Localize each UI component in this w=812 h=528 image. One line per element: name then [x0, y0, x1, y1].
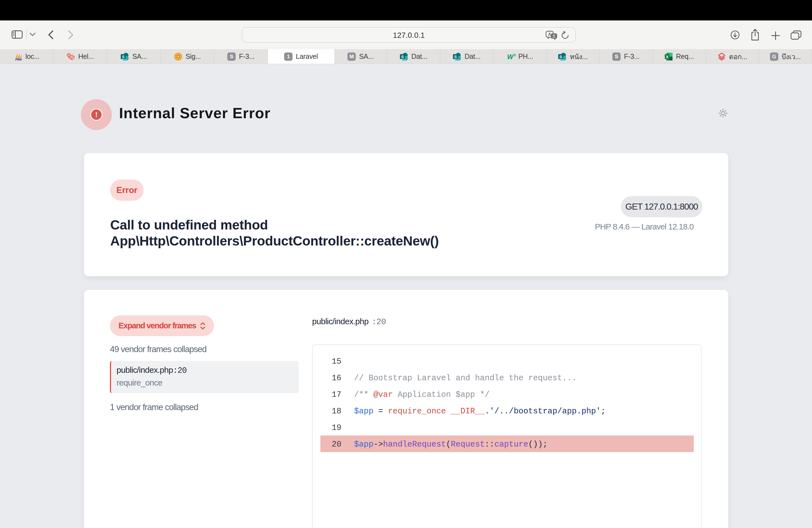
svg-text:S: S — [401, 55, 404, 59]
svg-text:S: S — [454, 55, 456, 59]
svg-text:X: X — [666, 55, 669, 59]
svg-text:3: 3 — [514, 53, 516, 57]
svg-text:PMA: PMA — [15, 58, 22, 61]
svg-text:S: S — [122, 55, 125, 59]
svg-text:文: 文 — [552, 34, 556, 39]
svg-text:W: W — [507, 53, 514, 60]
svg-text:S: S — [560, 55, 562, 59]
svg-text:A: A — [548, 32, 551, 37]
